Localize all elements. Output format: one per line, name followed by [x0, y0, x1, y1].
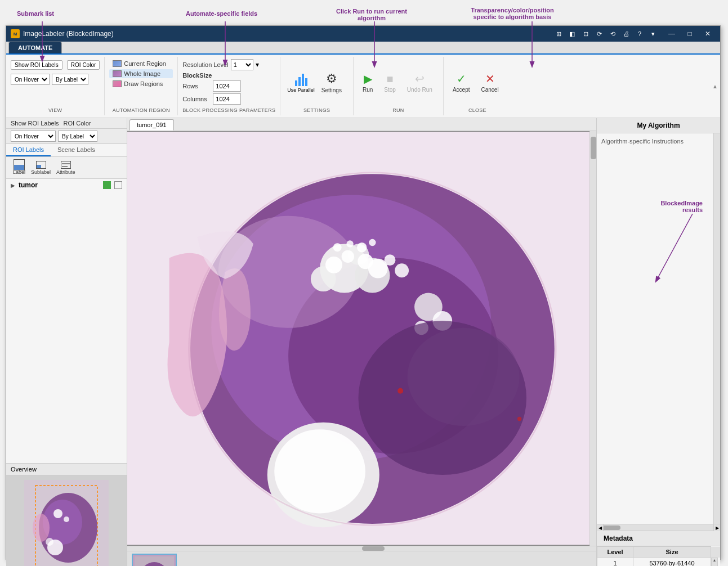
ribbon-scroll-up[interactable]: ▲ [710, 57, 720, 115]
minimize-button[interactable]: — [664, 28, 680, 40]
show-roi-labels-btn[interactable]: Show ROI Labels [11, 60, 62, 70]
cancel-icon: ✕ [485, 72, 495, 86]
image-tab-tumor091[interactable]: tumor_091 [129, 119, 174, 131]
blocksize-header: BlockSize [182, 72, 275, 79]
meta-v-scroll[interactable]: ▲ ▼ [711, 558, 721, 567]
svg-point-23 [395, 263, 409, 277]
title-bar-left: M ImageLabeler (BlockedImage) [11, 29, 114, 38]
use-parallel-label: Use Parallel [287, 87, 315, 93]
by-label-select-2[interactable]: By Label [58, 131, 97, 142]
qat-btn-6[interactable]: 🖨 [620, 28, 632, 40]
attribute-icon [60, 160, 72, 169]
right-v-scrollbar[interactable] [713, 133, 720, 524]
qat-btn-3[interactable]: ⊡ [579, 28, 592, 40]
algorithm-instructions-text: Algorithm-specific Instructions [601, 138, 684, 145]
maximize-button[interactable]: □ [682, 28, 698, 40]
rows-input[interactable] [213, 80, 241, 92]
roi-color-btn[interactable]: ROI Color [67, 60, 100, 70]
thumbnail-1[interactable] [132, 554, 177, 566]
left-panel: Show ROI Labels ROI Color On Hover By La… [6, 118, 127, 566]
annotation-run: Click Run to run current algorithm [327, 8, 417, 21]
whole-image-btn[interactable]: Whole Image [109, 69, 173, 78]
run-buttons: ▶ Run ■ Stop ↩ Undo Run [358, 59, 439, 106]
resolution-dropdown-arrow: ▾ [256, 61, 259, 69]
settings-label: Settings [321, 87, 342, 93]
run-group-label: RUN [358, 106, 439, 113]
svg-point-5 [64, 516, 69, 522]
sublabel-btn-text: Sublabel [31, 169, 51, 175]
resolution-select[interactable]: 1 [231, 59, 253, 70]
view-group: Show ROI Labels ROI Color On Hover By La… [6, 57, 105, 115]
window-title: ImageLabeler (BlockedImage) [23, 30, 114, 38]
pbar2 [298, 77, 301, 86]
tab-roi-labels[interactable]: ROI Labels [6, 144, 51, 156]
roi-item-tumor[interactable]: ▶ tumor [6, 179, 127, 191]
accept-button[interactable]: ✓ Accept [448, 70, 475, 95]
stop-label: Stop [384, 87, 396, 93]
qat-btn-7[interactable]: ? [633, 28, 646, 40]
pbar4 [305, 78, 307, 86]
overview-panel: Overview [6, 463, 127, 566]
draw-regions-btn[interactable]: Draw Regions [109, 79, 173, 88]
col-level: Level [597, 547, 633, 558]
right-h-scrollbar[interactable]: ▶ ◀ [597, 524, 720, 531]
annotation-transparency: Transparency/color/position specific to … [462, 7, 563, 20]
settings-btn[interactable]: ⚙ Settings [317, 69, 346, 96]
on-hover-select-2[interactable]: On Hover [11, 131, 56, 142]
columns-label: Columns [182, 96, 211, 102]
qat-btn-4[interactable]: ⟳ [593, 28, 605, 40]
resolution-label: Resolution Level [182, 61, 228, 68]
current-region-btn[interactable]: Current Region [109, 59, 173, 68]
metadata-title: Metadata [604, 534, 633, 542]
by-label-select[interactable]: By Label [52, 74, 88, 85]
blocksize-label: BlockSize [182, 72, 212, 79]
settings-group: Use Parallel ⚙ Settings SETTINGS [280, 57, 354, 115]
columns-input[interactable] [213, 93, 241, 105]
histology-svg [127, 131, 589, 546]
rows-row: Rows [182, 80, 275, 92]
cancel-button[interactable]: ✕ Cancel [477, 70, 503, 95]
tab-scene-labels[interactable]: Scene Labels [51, 144, 102, 156]
close-button[interactable]: ✕ [700, 28, 716, 40]
qat-btn-8[interactable]: ▾ [647, 28, 659, 40]
annotation-submark: Submark list [17, 10, 54, 17]
pbar3 [302, 74, 304, 86]
roi-color-swatch [103, 181, 111, 189]
col-size: Size [633, 547, 711, 558]
qat-btn-1[interactable]: ⊞ [552, 28, 565, 40]
center-v-scrollbar[interactable] [589, 131, 596, 546]
svg-point-25 [274, 429, 365, 513]
sublabel-icon-box [36, 161, 46, 169]
on-hover-select[interactable]: On Hover [11, 74, 50, 85]
sublabel-tool-btn[interactable]: Sublabel [29, 159, 53, 176]
svg-point-34 [333, 243, 342, 251]
algo-instructions: Algorithm-specific Instructions [597, 133, 720, 149]
meta-v-scrollbar: ▲ ▼ [711, 558, 718, 567]
stop-button[interactable]: ■ Stop [379, 70, 400, 95]
undo-run-button[interactable]: ↩ Undo Run [403, 70, 437, 95]
undo-run-icon: ↩ [415, 72, 425, 86]
overview-content [6, 475, 127, 566]
tab-automate[interactable]: AUTOMATE [8, 42, 62, 53]
run-button[interactable]: ▶ Run [358, 70, 377, 95]
use-parallel-btn[interactable]: Use Parallel [287, 73, 315, 93]
meta-scroll-up: ▲ [712, 558, 717, 562]
qat-btn-5[interactable]: ⟲ [606, 28, 619, 40]
qat-btn-2[interactable]: ◧ [566, 28, 578, 40]
image-area [127, 131, 589, 546]
overview-header[interactable]: Overview [6, 464, 127, 475]
block-processing-label: BLOCK PROCESSING PARAMETERS [182, 106, 275, 113]
close-group-label: CLOSE [448, 106, 507, 113]
label-tool-btn[interactable]: Label [11, 159, 28, 176]
attribute-tool-btn[interactable]: Attribute [54, 159, 78, 176]
center-h-scrollbar[interactable] [127, 546, 596, 551]
roi-toolbar: Label Sublabel [6, 157, 127, 179]
metadata-header-row: Level Size [597, 547, 721, 558]
parallel-bars-icon [295, 73, 307, 86]
right-scroll-right-arrow[interactable]: ▶ [713, 524, 720, 531]
right-scroll-left-arrow[interactable]: ◀ [597, 524, 604, 531]
whole-image-icon [113, 70, 122, 77]
gear-icon: ⚙ [326, 71, 337, 86]
app-icon: M [11, 29, 20, 38]
right-panel: My Algorithm Algorithm-specific Instruct… [596, 118, 720, 566]
